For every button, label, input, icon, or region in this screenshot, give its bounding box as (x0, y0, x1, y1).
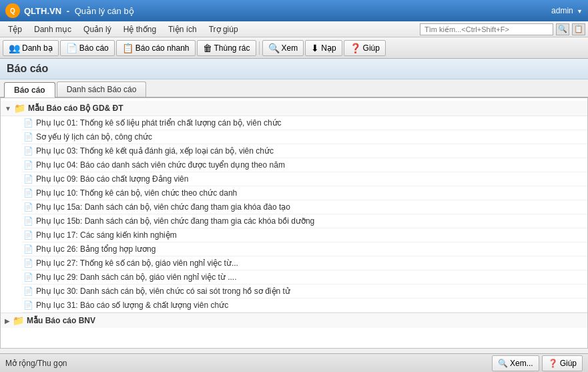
doc-icon: 📄 (23, 118, 33, 128)
doc-icon: 📄 (23, 146, 33, 156)
toolbar-xem-label: Xem (282, 43, 298, 53)
menu-bar: Tệp Danh mục Quản lý Hệ thống Tiện ích T… (0, 21, 588, 37)
thungrac-icon: 🗑 (203, 43, 212, 53)
tree-group1-label: Mẫu Báo cáo Bộ GD& ĐT (28, 104, 123, 113)
toolbar-giup-label: Giúp (363, 43, 380, 53)
search-button[interactable]: 🔍 (556, 23, 569, 35)
tree-item[interactable]: 📄Phụ lục 15a: Danh sách cán bộ, viên chứ… (22, 200, 587, 214)
item-text: Phụ lục 10: Thống kê cán bộ, viên chức t… (36, 188, 237, 198)
status-giup-label: Giúp (560, 359, 577, 368)
title-left: Q QLTH.VN - Quản lý cán bộ (5, 3, 134, 18)
toolbar-nap[interactable]: ⬇ Nạp (305, 40, 342, 56)
item-text: Phụ lục 31: Báo cáo số lượng & chất lượn… (36, 301, 228, 310)
tree-group2-header[interactable]: ▶ 📁 Mẫu Báo cáo BNV (1, 313, 587, 328)
toolbar-thungrac[interactable]: 🗑 Thùng rác (197, 40, 256, 56)
tree-item[interactable]: 📄Phụ lục 30: Danh sách cán bộ, viên chức… (22, 285, 587, 299)
nap-icon: ⬇ (311, 43, 319, 53)
toolbar-xem[interactable]: 🔍 Xem (262, 40, 304, 56)
menu-trogiup[interactable]: Trợ giúp (204, 23, 244, 35)
toolbar-baocao-label: Báo cáo (79, 43, 109, 53)
item-text: Phụ lục 03: Thống kê kết quả đánh giá, x… (36, 146, 274, 156)
baocaonhanh-icon: 📋 (122, 43, 133, 53)
tree-group2-toggle: ▶ (5, 317, 10, 325)
tree-group1-header[interactable]: ▼ 📁 Mẫu Báo cáo Bộ GD& ĐT (1, 101, 587, 116)
tree-group1-toggle: ▼ (5, 105, 11, 112)
tree-group1-folder-icon: 📁 (14, 103, 25, 114)
toolbar-danhba-label: Danh bạ (22, 43, 53, 53)
doc-icon: 📄 (23, 160, 33, 170)
item-text: Phụ lục 27: Thống kê số cán bộ, giáo viê… (36, 258, 238, 268)
status-bar: Mở rộng/Thu gọn 🔍 Xem... ❓ Giúp (0, 353, 588, 372)
doc-icon: 📄 (23, 301, 33, 310)
menu-tep[interactable]: Tệp (3, 23, 27, 35)
tree-item[interactable]: 📄Phụ lục 03: Thống kê kết quả đánh giá, … (22, 144, 587, 158)
doc-icon: 📄 (23, 244, 33, 254)
doc-icon: 📄 (23, 258, 33, 268)
tree-item[interactable]: 📄Phụ lục 10: Thống kê cán bộ, viên chức … (22, 186, 587, 200)
tree-item[interactable]: 📄Phụ lục 04: Báo cáo danh sách viên chức… (22, 158, 587, 172)
tree-item[interactable]: 📄Phụ lục 01: Thống kê số liệu phát triển… (22, 116, 587, 130)
tree-item[interactable]: 📄Phụ lục 17: Các sáng kiến kinh nghiệm (22, 228, 587, 242)
admin-menu[interactable]: admin ▼ (551, 6, 583, 15)
toolbar-baocao[interactable]: 📄 Báo cáo (60, 40, 115, 56)
doc-icon: 📄 (23, 287, 33, 296)
toolbar-separator (259, 41, 260, 55)
app-name: QLTH.VN - Quản lý cán bộ (24, 6, 134, 16)
logo-icon: Q (5, 3, 20, 18)
title-bar: Q QLTH.VN - Quản lý cán bộ admin ▼ (0, 0, 588, 21)
tree-group1-items: 📄Phụ lục 01: Thống kê số liệu phát triển… (1, 116, 587, 313)
title-right: admin ▼ (551, 6, 583, 15)
xem-icon: 🔍 (268, 43, 280, 53)
main-content: ▼ 📁 Mẫu Báo cáo Bộ GD& ĐT 📄Phụ lục 01: T… (0, 98, 588, 349)
doc-icon: 📄 (23, 202, 33, 212)
search-extra-button[interactable]: 📋 (572, 23, 585, 35)
doc-icon: 📄 (23, 174, 33, 184)
tree-group2-folder-icon: 📁 (13, 315, 24, 326)
item-text: Phụ lục 01: Thống kê số liệu phát triển … (36, 118, 282, 128)
status-xem-icon: 🔍 (498, 359, 508, 368)
status-xem-label: Xem... (510, 359, 533, 368)
toolbar-nap-label: Nạp (321, 43, 336, 53)
toolbar-danhba[interactable]: 👥 Danh bạ (3, 40, 59, 56)
tree-item[interactable]: 📄Phụ lục 15b: Danh sách cán bộ, viên chứ… (22, 214, 587, 228)
tree-item[interactable]: 📄Phụ lục 29: Danh sách cán bộ, giáo viên… (22, 270, 587, 285)
tree-container: ▼ 📁 Mẫu Báo cáo Bộ GD& ĐT 📄Phụ lục 01: T… (1, 98, 587, 331)
toolbar-thungrac-label: Thùng rác (214, 43, 250, 53)
doc-icon: 📄 (23, 230, 33, 240)
toolbar-baocaonhanh-label: Báo cáo nhanh (135, 43, 190, 53)
danhba-icon: 👥 (9, 43, 20, 53)
tree-item[interactable]: 📄Sơ yếu lý lịch cán bộ, công chức (22, 130, 587, 144)
baocao-icon: 📄 (66, 43, 77, 53)
item-text: Phụ lục 26: Bảng tổng hợp lương (36, 244, 156, 254)
status-text: Mở rộng/Thu gọn (5, 359, 67, 368)
tab-baocao[interactable]: Báo cáo (4, 82, 55, 98)
status-giup-icon: ❓ (548, 359, 558, 368)
toolbar-baocaonhanh[interactable]: 📋 Báo cáo nhanh (116, 40, 196, 56)
item-text: Phụ lục 15a: Danh sách cán bộ, viên chức… (36, 202, 290, 212)
page-title: Báo cáo (7, 63, 48, 74)
tree-item[interactable]: 📄Phụ lục 09: Báo cáo chất lượng Đảng viê… (22, 172, 587, 186)
menu-tienich[interactable]: Tiện ích (163, 23, 202, 35)
menu-quanly[interactable]: Quản lý (78, 23, 117, 35)
search-input[interactable] (420, 23, 553, 35)
doc-icon: 📄 (23, 188, 33, 198)
giup-icon: ❓ (350, 43, 361, 53)
status-giup-button[interactable]: ❓ Giúp (542, 355, 583, 371)
tab-danhsach[interactable]: Danh sách Báo cáo (57, 81, 147, 97)
doc-icon: 📄 (23, 272, 33, 282)
tree-item[interactable]: 📄Phụ lục 26: Bảng tổng hợp lương (22, 242, 587, 256)
status-xem-button[interactable]: 🔍 Xem... (492, 355, 539, 371)
menu-hethong[interactable]: Hệ thống (118, 23, 162, 35)
status-buttons: 🔍 Xem... ❓ Giúp (492, 355, 583, 371)
tree-item[interactable]: 📄Phụ lục 31: Báo cáo số lượng & chất lượ… (22, 299, 587, 313)
item-text: Phụ lục 09: Báo cáo chất lượng Đảng viên (36, 174, 188, 184)
tabs-bar: Báo cáo Danh sách Báo cáo (0, 79, 588, 98)
item-text: Phụ lục 30: Danh sách cán bộ, viên chức … (36, 287, 290, 296)
menu-danhmuc[interactable]: Danh mục (29, 23, 77, 35)
item-text: Sơ yếu lý lịch cán bộ, công chức (36, 132, 152, 142)
item-text: Phụ lục 29: Danh sách cán bộ, giáo viên … (36, 272, 236, 282)
page-title-bar: Báo cáo (0, 59, 588, 79)
item-text: Phụ lục 04: Báo cáo danh sách viên chức … (36, 160, 285, 170)
toolbar-giup[interactable]: ❓ Giúp (344, 40, 386, 56)
tree-item[interactable]: 📄Phụ lục 27: Thống kê số cán bộ, giáo vi… (22, 256, 587, 270)
